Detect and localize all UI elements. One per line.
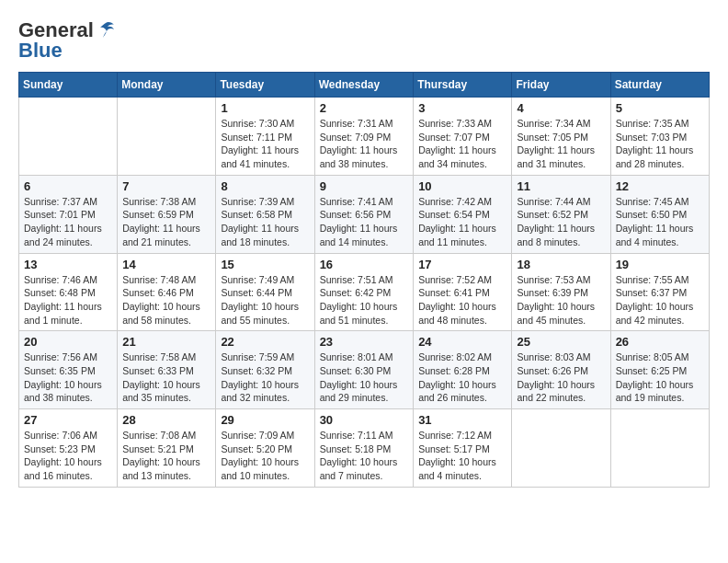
- cell-content: Sunrise: 7:41 AMSunset: 6:56 PMDaylight:…: [320, 195, 409, 249]
- calendar-cell: [512, 409, 610, 488]
- page-header: General Blue: [18, 18, 710, 63]
- calendar-cell: 27Sunrise: 7:06 AMSunset: 5:23 PMDayligh…: [19, 409, 118, 488]
- cell-content: Sunrise: 8:01 AMSunset: 6:30 PMDaylight:…: [320, 350, 409, 405]
- calendar-cell: 1Sunrise: 7:30 AMSunset: 7:11 PMDaylight…: [216, 98, 314, 176]
- day-number: 23: [320, 335, 409, 349]
- calendar-cell: [19, 98, 118, 176]
- day-number: 15: [221, 258, 309, 271]
- calendar-cell: 10Sunrise: 7:42 AMSunset: 6:54 PMDayligh…: [414, 175, 512, 253]
- day-number: 16: [320, 258, 409, 271]
- day-number: 18: [517, 258, 605, 271]
- calendar-cell: 17Sunrise: 7:52 AMSunset: 6:41 PMDayligh…: [414, 253, 512, 331]
- calendar-cell: 6Sunrise: 7:37 AMSunset: 7:01 PMDaylight…: [19, 175, 118, 253]
- calendar-cell: 28Sunrise: 7:08 AMSunset: 5:21 PMDayligh…: [118, 409, 216, 488]
- day-number: 30: [320, 413, 409, 427]
- cell-content: Sunrise: 7:55 AMSunset: 6:37 PMDaylight:…: [616, 273, 704, 327]
- cell-content: Sunrise: 7:48 AMSunset: 6:46 PMDaylight:…: [122, 273, 210, 327]
- cell-content: Sunrise: 7:34 AMSunset: 7:05 PMDaylight:…: [517, 117, 605, 171]
- day-number: 11: [517, 179, 605, 193]
- cell-content: Sunrise: 8:05 AMSunset: 6:25 PMDaylight:…: [616, 350, 704, 405]
- day-number: 20: [24, 335, 112, 349]
- cell-content: Sunrise: 8:02 AMSunset: 6:28 PMDaylight:…: [418, 350, 506, 405]
- cell-content: Sunrise: 7:31 AMSunset: 7:09 PMDaylight:…: [320, 117, 409, 171]
- calendar-cell: 15Sunrise: 7:49 AMSunset: 6:44 PMDayligh…: [216, 253, 314, 331]
- calendar-week-row: 6Sunrise: 7:37 AMSunset: 7:01 PMDaylight…: [19, 175, 710, 253]
- day-number: 9: [320, 179, 409, 193]
- calendar-cell: 22Sunrise: 7:59 AMSunset: 6:32 PMDayligh…: [216, 331, 314, 409]
- calendar-cell: 4Sunrise: 7:34 AMSunset: 7:05 PMDaylight…: [512, 98, 610, 176]
- day-number: 8: [221, 179, 309, 193]
- day-number: 14: [122, 258, 210, 271]
- day-number: 3: [418, 101, 506, 115]
- day-number: 2: [320, 101, 409, 115]
- day-header-tuesday: Tuesday: [216, 73, 314, 98]
- logo-blue-text: Blue: [18, 39, 63, 63]
- calendar-cell: 29Sunrise: 7:09 AMSunset: 5:20 PMDayligh…: [216, 409, 314, 488]
- cell-content: Sunrise: 7:44 AMSunset: 6:52 PMDaylight:…: [517, 195, 605, 249]
- calendar-cell: 9Sunrise: 7:41 AMSunset: 6:56 PMDaylight…: [314, 175, 414, 253]
- day-number: 25: [517, 335, 605, 349]
- calendar-cell: 19Sunrise: 7:55 AMSunset: 6:37 PMDayligh…: [610, 253, 709, 331]
- calendar-cell: 18Sunrise: 7:53 AMSunset: 6:39 PMDayligh…: [512, 253, 610, 331]
- day-number: 7: [122, 179, 210, 193]
- cell-content: Sunrise: 7:51 AMSunset: 6:42 PMDaylight:…: [320, 273, 409, 327]
- cell-content: Sunrise: 7:12 AMSunset: 5:17 PMDaylight:…: [418, 429, 506, 483]
- calendar-cell: 30Sunrise: 7:11 AMSunset: 5:18 PMDayligh…: [314, 409, 414, 488]
- cell-content: Sunrise: 7:46 AMSunset: 6:48 PMDaylight:…: [24, 273, 112, 327]
- day-header-wednesday: Wednesday: [314, 73, 414, 98]
- calendar-cell: 7Sunrise: 7:38 AMSunset: 6:59 PMDaylight…: [118, 175, 216, 253]
- cell-content: Sunrise: 7:52 AMSunset: 6:41 PMDaylight:…: [418, 273, 506, 327]
- calendar-cell: 11Sunrise: 7:44 AMSunset: 6:52 PMDayligh…: [512, 175, 610, 253]
- day-number: 27: [24, 413, 112, 427]
- calendar-cell: [610, 409, 709, 488]
- day-number: 24: [418, 335, 506, 349]
- day-number: 29: [221, 413, 309, 427]
- day-header-thursday: Thursday: [414, 73, 512, 98]
- cell-content: Sunrise: 7:45 AMSunset: 6:50 PMDaylight:…: [616, 195, 704, 249]
- day-number: 10: [418, 179, 506, 193]
- cell-content: Sunrise: 7:56 AMSunset: 6:35 PMDaylight:…: [24, 350, 112, 405]
- day-number: 22: [221, 335, 309, 349]
- calendar-cell: 25Sunrise: 8:03 AMSunset: 6:26 PMDayligh…: [512, 331, 610, 409]
- cell-content: Sunrise: 7:33 AMSunset: 7:07 PMDaylight:…: [418, 117, 506, 171]
- cell-content: Sunrise: 7:38 AMSunset: 6:59 PMDaylight:…: [122, 195, 210, 249]
- cell-content: Sunrise: 7:53 AMSunset: 6:39 PMDaylight:…: [517, 273, 605, 327]
- day-header-monday: Monday: [118, 73, 216, 98]
- day-number: 21: [122, 335, 210, 349]
- day-number: 5: [616, 101, 704, 115]
- calendar-cell: 20Sunrise: 7:56 AMSunset: 6:35 PMDayligh…: [19, 331, 118, 409]
- calendar-week-row: 20Sunrise: 7:56 AMSunset: 6:35 PMDayligh…: [19, 331, 710, 409]
- calendar-week-row: 13Sunrise: 7:46 AMSunset: 6:48 PMDayligh…: [19, 253, 710, 331]
- calendar-cell: 8Sunrise: 7:39 AMSunset: 6:58 PMDaylight…: [216, 175, 314, 253]
- calendar-week-row: 27Sunrise: 7:06 AMSunset: 5:23 PMDayligh…: [19, 409, 710, 488]
- calendar-table: SundayMondayTuesdayWednesdayThursdayFrid…: [18, 72, 710, 488]
- calendar-cell: 2Sunrise: 7:31 AMSunset: 7:09 PMDaylight…: [314, 98, 414, 176]
- cell-content: Sunrise: 7:49 AMSunset: 6:44 PMDaylight:…: [221, 273, 309, 327]
- day-number: 17: [418, 258, 506, 271]
- cell-content: Sunrise: 7:42 AMSunset: 6:54 PMDaylight:…: [418, 195, 506, 249]
- day-number: 1: [221, 101, 309, 115]
- cell-content: Sunrise: 7:30 AMSunset: 7:11 PMDaylight:…: [221, 117, 309, 171]
- cell-content: Sunrise: 7:06 AMSunset: 5:23 PMDaylight:…: [24, 429, 112, 483]
- calendar-cell: 3Sunrise: 7:33 AMSunset: 7:07 PMDaylight…: [414, 98, 512, 176]
- logo: General Blue: [18, 18, 116, 63]
- cell-content: Sunrise: 7:35 AMSunset: 7:03 PMDaylight:…: [616, 117, 704, 171]
- day-number: 13: [24, 258, 112, 271]
- calendar-cell: 26Sunrise: 8:05 AMSunset: 6:25 PMDayligh…: [610, 331, 709, 409]
- cell-content: Sunrise: 7:58 AMSunset: 6:33 PMDaylight:…: [122, 350, 210, 405]
- cell-content: Sunrise: 8:03 AMSunset: 6:26 PMDaylight:…: [517, 350, 605, 405]
- calendar-cell: 14Sunrise: 7:48 AMSunset: 6:46 PMDayligh…: [118, 253, 216, 331]
- calendar-cell: 23Sunrise: 8:01 AMSunset: 6:30 PMDayligh…: [314, 331, 414, 409]
- calendar-week-row: 1Sunrise: 7:30 AMSunset: 7:11 PMDaylight…: [19, 98, 710, 176]
- calendar-cell: 21Sunrise: 7:58 AMSunset: 6:33 PMDayligh…: [118, 331, 216, 409]
- calendar-cell: 31Sunrise: 7:12 AMSunset: 5:17 PMDayligh…: [414, 409, 512, 488]
- calendar-cell: [118, 98, 216, 176]
- cell-content: Sunrise: 7:11 AMSunset: 5:18 PMDaylight:…: [320, 429, 409, 483]
- day-header-sunday: Sunday: [19, 73, 118, 98]
- day-number: 6: [24, 179, 112, 193]
- calendar-cell: 13Sunrise: 7:46 AMSunset: 6:48 PMDayligh…: [19, 253, 118, 331]
- day-number: 19: [616, 258, 704, 271]
- cell-content: Sunrise: 7:39 AMSunset: 6:58 PMDaylight:…: [221, 195, 309, 249]
- cell-content: Sunrise: 7:09 AMSunset: 5:20 PMDaylight:…: [221, 429, 309, 483]
- day-number: 31: [418, 413, 506, 427]
